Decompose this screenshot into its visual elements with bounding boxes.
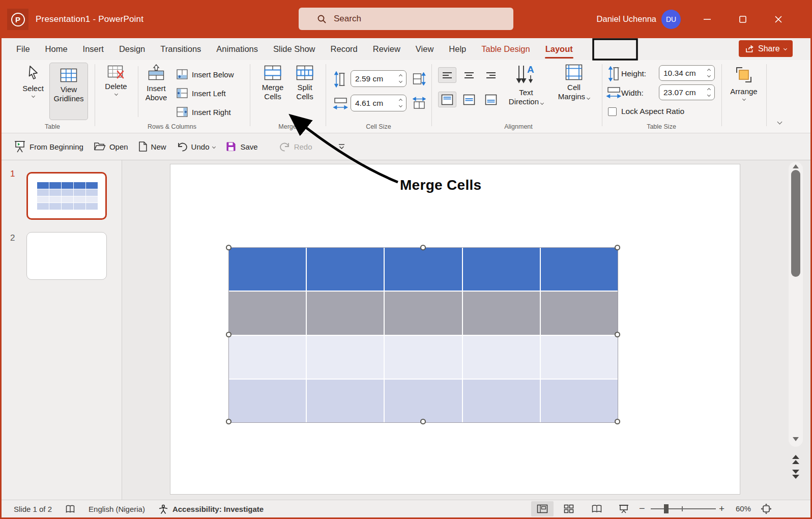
language-status[interactable]: English (Nigeria)	[89, 505, 145, 513]
tab-help[interactable]: Help	[441, 38, 474, 60]
slide-2-thumbnail[interactable]	[26, 232, 107, 280]
text-direction-button[interactable]: A Text Direction	[503, 64, 549, 106]
tab-insert[interactable]: Insert	[75, 38, 111, 60]
table-cell[interactable]	[463, 336, 540, 379]
align-center-button[interactable]	[460, 67, 478, 83]
powerpoint-logo[interactable]: P	[7, 9, 28, 30]
row-height-spinner[interactable]	[396, 75, 402, 82]
table-cell[interactable]	[541, 380, 618, 422]
table-cell[interactable]	[385, 292, 461, 334]
row-height-input[interactable]: 2.59 cm	[351, 70, 407, 87]
table-cell[interactable]	[307, 292, 384, 334]
toolbar-overflow-button[interactable]	[338, 143, 345, 150]
new-button[interactable]: New	[138, 141, 166, 152]
align-middle-button[interactable]	[460, 92, 478, 107]
zoom-in-button[interactable]: +	[719, 503, 724, 514]
table-width-input[interactable]: 23.07 cm	[659, 84, 715, 100]
tab-design[interactable]: Design	[111, 38, 153, 60]
table-cell[interactable]	[541, 336, 618, 379]
table-handle-bottom-left[interactable]	[226, 419, 231, 424]
zoom-slider-thumb[interactable]	[664, 504, 669, 513]
tab-slide-show[interactable]: Slide Show	[266, 38, 323, 60]
scroll-down-icon[interactable]	[792, 437, 799, 442]
slide-sorter-view-button[interactable]	[558, 501, 580, 516]
slide-table[interactable]	[229, 248, 618, 422]
lock-aspect-ratio-checkbox[interactable]: Lock Aspect Ratio	[608, 107, 684, 116]
tab-table-design[interactable]: Table Design	[474, 38, 537, 60]
fit-slide-to-window-button[interactable]	[761, 503, 772, 516]
table-handle-bottom-right[interactable]	[615, 419, 620, 424]
table-handle-top-center[interactable]	[420, 245, 426, 250]
normal-view-button[interactable]	[531, 501, 554, 516]
table-handle-top-left[interactable]	[226, 245, 231, 250]
delete-button[interactable]: Delete	[101, 65, 131, 95]
table-cell[interactable]	[307, 380, 384, 422]
slideshow-view-button[interactable]	[613, 501, 635, 516]
table-handle-top-right[interactable]	[615, 245, 620, 250]
redo-button[interactable]: Redo	[279, 141, 312, 152]
table-cell[interactable]	[541, 292, 618, 334]
tab-record[interactable]: Record	[323, 38, 365, 60]
tab-file[interactable]: File	[9, 38, 38, 60]
insert-left-button[interactable]: Insert Left	[177, 88, 226, 98]
table-cell[interactable]	[463, 380, 540, 422]
table-cell[interactable]	[385, 248, 461, 291]
table-cell[interactable]	[463, 292, 540, 334]
insert-above-button[interactable]: Insert Above	[140, 64, 172, 102]
minimize-button[interactable]	[692, 0, 722, 38]
align-top-button[interactable]	[438, 92, 456, 107]
distribute-rows-icon[interactable]	[413, 72, 426, 85]
table-cell[interactable]	[229, 380, 306, 422]
select-button[interactable]: Select	[19, 65, 47, 97]
table-handle-middle-left[interactable]	[226, 332, 231, 337]
align-bottom-button[interactable]	[482, 92, 500, 107]
next-slide-icon[interactable]	[792, 469, 800, 480]
distribute-columns-icon[interactable]	[413, 97, 426, 110]
table-cell[interactable]	[385, 336, 461, 379]
table-cell[interactable]	[307, 248, 384, 291]
reading-view-button[interactable]	[586, 501, 608, 516]
previous-slide-icon[interactable]	[792, 454, 800, 466]
tab-animations[interactable]: Animations	[209, 38, 266, 60]
table-cell[interactable]	[541, 248, 618, 291]
open-button[interactable]: Open	[94, 141, 128, 152]
tab-transitions[interactable]: Transitions	[153, 38, 209, 60]
user-avatar[interactable]: DU	[661, 10, 681, 29]
proofing-button[interactable]	[65, 504, 75, 514]
tab-review[interactable]: Review	[365, 38, 408, 60]
from-beginning-button[interactable]: From Beginning	[14, 140, 83, 153]
scrollbar-thumb[interactable]	[791, 170, 800, 277]
collapse-ribbon-icon[interactable]	[777, 120, 782, 125]
zoom-level[interactable]: 60%	[736, 504, 751, 513]
align-right-button[interactable]	[482, 67, 500, 83]
table-cell[interactable]	[229, 292, 306, 334]
align-left-button[interactable]	[438, 67, 456, 83]
table-height-input[interactable]: 10.34 cm	[659, 65, 715, 81]
slide-status[interactable]: Slide 1 of 2	[14, 505, 52, 513]
maximize-button[interactable]	[728, 0, 758, 38]
search-input[interactable]: Search	[299, 8, 513, 30]
save-button[interactable]: Save	[225, 141, 257, 152]
table-cell[interactable]	[463, 248, 540, 291]
user-name[interactable]: Daniel Uchenna	[590, 0, 656, 38]
zoom-out-button[interactable]: −	[639, 503, 645, 514]
undo-button[interactable]: Undo	[177, 141, 216, 152]
slide-1-thumbnail[interactable]	[26, 172, 107, 220]
scroll-up-icon[interactable]	[792, 164, 799, 169]
close-button[interactable]	[763, 0, 794, 38]
tab-layout[interactable]: Layout	[538, 38, 581, 60]
tab-view[interactable]: View	[408, 38, 441, 60]
column-width-input[interactable]: 4.61 cm	[351, 95, 407, 111]
table-height-spinner[interactable]	[705, 69, 710, 77]
table-handle-middle-right[interactable]	[615, 332, 620, 337]
arrange-button[interactable]: Arrange	[725, 65, 763, 100]
table-handle-bottom-center[interactable]	[420, 419, 426, 424]
column-width-spinner[interactable]	[396, 99, 402, 107]
insert-below-button[interactable]: Insert Below	[177, 69, 234, 79]
table-cell[interactable]	[385, 380, 461, 422]
view-gridlines-button[interactable]: View Gridlines	[49, 63, 88, 120]
table-cell[interactable]	[307, 336, 384, 379]
insert-right-button[interactable]: Insert Right	[177, 107, 231, 117]
split-cells-button[interactable]: Split Cells	[291, 65, 319, 101]
table-cell[interactable]	[229, 248, 306, 291]
